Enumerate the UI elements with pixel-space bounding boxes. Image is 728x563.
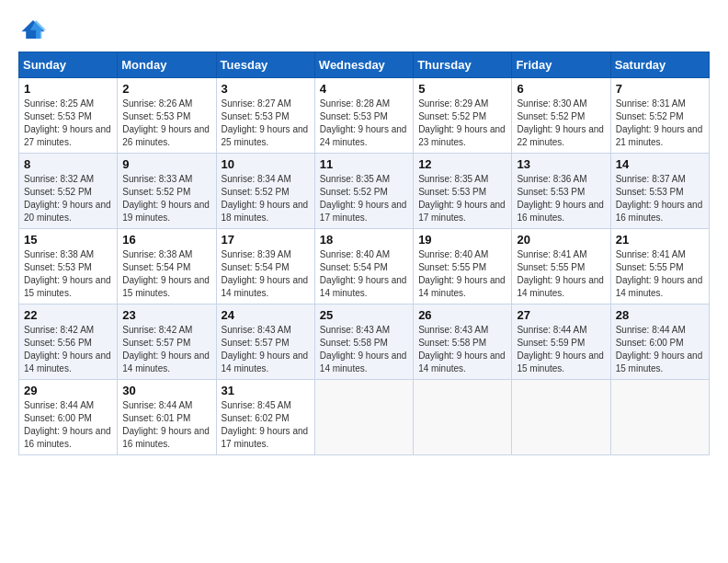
sunset-text: Sunset: 5:59 PM [517,337,605,350]
daylight-text: Daylight: 9 hours and 17 minutes. [222,425,310,451]
day-cell-3: 3Sunrise: 8:27 AMSunset: 5:53 PMDaylight… [216,78,314,154]
sunrise-text: Sunrise: 8:35 AM [418,173,506,186]
day-number: 11 [320,157,408,171]
sunset-text: Sunset: 5:56 PM [24,337,112,350]
day-cell-18: 18Sunrise: 8:40 AMSunset: 5:54 PMDayligh… [314,229,413,304]
day-cell-2: 2Sunrise: 8:26 AMSunset: 5:53 PMDaylight… [118,78,216,154]
day-cell-10: 10Sunrise: 8:34 AMSunset: 5:52 PMDayligh… [216,154,314,229]
daylight-text: Daylight: 9 hours and 16 minutes. [24,425,112,451]
sunset-text: Sunset: 5:53 PM [320,110,408,123]
header [18,15,710,44]
day-cell-14: 14Sunrise: 8:37 AMSunset: 5:53 PMDayligh… [610,154,709,229]
daylight-text: Daylight: 9 hours and 14 minutes. [418,350,506,375]
week-row-1: 1Sunrise: 8:25 AMSunset: 5:53 PMDaylight… [19,78,710,154]
empty-cell [414,380,512,455]
daylight-text: Daylight: 9 hours and 18 minutes. [222,199,310,224]
day-detail: Sunrise: 8:43 AMSunset: 5:57 PMDaylight:… [222,324,310,375]
sunrise-text: Sunrise: 8:35 AM [320,173,408,186]
day-detail: Sunrise: 8:43 AMSunset: 5:58 PMDaylight:… [320,324,408,375]
day-cell-23: 23Sunrise: 8:42 AMSunset: 5:57 PMDayligh… [118,304,216,380]
daylight-text: Daylight: 9 hours and 22 minutes. [517,123,605,149]
daylight-text: Daylight: 9 hours and 14 minutes. [24,350,112,375]
daylight-text: Daylight: 9 hours and 17 minutes. [418,199,506,224]
day-cell-21: 21Sunrise: 8:41 AMSunset: 5:55 PMDayligh… [610,229,709,304]
sunset-text: Sunset: 5:53 PM [418,186,506,199]
sunrise-text: Sunrise: 8:43 AM [418,324,506,337]
sunset-text: Sunset: 5:52 PM [616,110,704,123]
daylight-text: Daylight: 9 hours and 15 minutes. [616,350,704,375]
day-cell-1: 1Sunrise: 8:25 AMSunset: 5:53 PMDaylight… [19,78,118,154]
sunset-text: Sunset: 5:57 PM [222,337,310,350]
sunset-text: Sunset: 5:53 PM [24,261,112,274]
logo [18,18,50,44]
day-number: 20 [517,233,605,247]
sunset-text: Sunset: 5:55 PM [418,261,506,274]
daylight-text: Daylight: 9 hours and 24 minutes. [320,123,408,149]
day-detail: Sunrise: 8:35 AMSunset: 5:52 PMDaylight:… [320,173,408,224]
sunset-text: Sunset: 5:54 PM [122,261,210,274]
sunrise-text: Sunrise: 8:40 AM [320,248,408,261]
day-number: 10 [222,157,310,171]
day-cell-15: 15Sunrise: 8:38 AMSunset: 5:53 PMDayligh… [19,229,118,304]
day-cell-16: 16Sunrise: 8:38 AMSunset: 5:54 PMDayligh… [118,229,216,304]
sunrise-text: Sunrise: 8:38 AM [122,248,210,261]
daylight-text: Daylight: 9 hours and 14 minutes. [122,350,210,375]
sunrise-text: Sunrise: 8:45 AM [222,399,310,412]
sunset-text: Sunset: 5:58 PM [320,337,408,350]
sunset-text: Sunset: 5:52 PM [222,186,310,199]
day-number: 17 [222,233,310,247]
sunrise-text: Sunrise: 8:29 AM [418,98,506,110]
empty-cell [314,380,413,455]
day-number: 19 [418,233,506,247]
sunset-text: Sunset: 5:53 PM [222,110,310,123]
daylight-text: Daylight: 9 hours and 19 minutes. [122,199,210,224]
day-cell-30: 30Sunrise: 8:44 AMSunset: 6:01 PMDayligh… [118,380,216,455]
sunset-text: Sunset: 5:53 PM [517,186,605,199]
day-cell-6: 6Sunrise: 8:30 AMSunset: 5:52 PMDaylight… [512,78,610,154]
sunset-text: Sunset: 6:00 PM [616,337,704,350]
sunset-text: Sunset: 5:57 PM [122,337,210,350]
sunrise-text: Sunrise: 8:43 AM [320,324,408,337]
day-detail: Sunrise: 8:31 AMSunset: 5:52 PMDaylight:… [616,98,704,149]
day-cell-25: 25Sunrise: 8:43 AMSunset: 5:58 PMDayligh… [314,304,413,380]
day-cell-28: 28Sunrise: 8:44 AMSunset: 6:00 PMDayligh… [610,304,709,380]
day-detail: Sunrise: 8:42 AMSunset: 5:56 PMDaylight:… [24,324,112,375]
sunrise-text: Sunrise: 8:44 AM [616,324,704,337]
sunrise-text: Sunrise: 8:44 AM [24,399,112,412]
sunset-text: Sunset: 5:52 PM [517,110,605,123]
day-detail: Sunrise: 8:34 AMSunset: 5:52 PMDaylight:… [222,173,310,224]
daylight-text: Daylight: 9 hours and 26 minutes. [122,123,210,149]
day-number: 29 [24,384,112,397]
day-number: 28 [616,308,704,322]
day-number: 31 [222,384,310,397]
sunset-text: Sunset: 6:01 PM [122,412,210,425]
sunrise-text: Sunrise: 8:42 AM [24,324,112,337]
day-detail: Sunrise: 8:43 AMSunset: 5:58 PMDaylight:… [418,324,506,375]
day-cell-12: 12Sunrise: 8:35 AMSunset: 5:53 PMDayligh… [414,154,512,229]
daylight-text: Daylight: 9 hours and 14 minutes. [418,274,506,300]
day-number: 12 [418,157,506,171]
daylight-text: Daylight: 9 hours and 15 minutes. [517,350,605,375]
daylight-text: Daylight: 9 hours and 15 minutes. [122,274,210,300]
col-header-sunday: Sunday [19,52,118,78]
day-cell-5: 5Sunrise: 8:29 AMSunset: 5:52 PMDaylight… [414,78,512,154]
day-detail: Sunrise: 8:30 AMSunset: 5:52 PMDaylight:… [517,98,605,149]
day-number: 1 [24,82,112,96]
day-number: 2 [122,82,210,96]
sunrise-text: Sunrise: 8:25 AM [24,98,112,110]
day-number: 5 [418,82,506,96]
sunset-text: Sunset: 6:02 PM [222,412,310,425]
day-detail: Sunrise: 8:42 AMSunset: 5:57 PMDaylight:… [122,324,210,375]
day-detail: Sunrise: 8:44 AMSunset: 6:00 PMDaylight:… [24,399,112,451]
sunrise-text: Sunrise: 8:41 AM [616,248,704,261]
calendar-table: SundayMondayTuesdayWednesdayThursdayFrid… [18,52,710,455]
day-detail: Sunrise: 8:39 AMSunset: 5:54 PMDaylight:… [222,248,310,300]
col-header-friday: Friday [512,52,610,78]
day-detail: Sunrise: 8:25 AMSunset: 5:53 PMDaylight:… [24,98,112,149]
day-number: 13 [517,157,605,171]
day-cell-31: 31Sunrise: 8:45 AMSunset: 6:02 PMDayligh… [216,380,314,455]
daylight-text: Daylight: 9 hours and 27 minutes. [24,123,112,149]
day-detail: Sunrise: 8:44 AMSunset: 6:00 PMDaylight:… [616,324,704,375]
week-row-4: 22Sunrise: 8:42 AMSunset: 5:56 PMDayligh… [19,304,710,380]
col-header-monday: Monday [118,52,216,78]
